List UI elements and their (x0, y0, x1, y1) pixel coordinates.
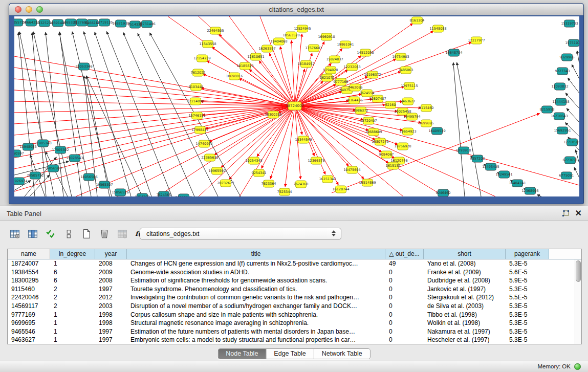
cell: 9777169 (8, 311, 50, 319)
table-tab-bar: Node TableEdge TableNetwork Table (217, 348, 370, 359)
graph-node-label: 19861041 (337, 42, 354, 47)
float-panel-icon[interactable] (561, 210, 570, 218)
unselect-all-icon (63, 229, 74, 239)
cell: 2 (50, 293, 95, 302)
graph-node-label: 16409539 (428, 129, 445, 133)
table-row[interactable]: 911546021997Tourette syndrome. Phenomeno… (8, 285, 575, 294)
graph-edge (14, 68, 295, 106)
table-row[interactable]: 946362711997Embryonic stem cells: a mode… (8, 336, 575, 344)
graph-node-label: 9084067 (379, 152, 394, 157)
close-panel-icon[interactable]: ✕ (575, 208, 582, 218)
table-row[interactable]: 977716911998Corpus callosum shape and si… (8, 311, 575, 319)
cell: 6 (50, 268, 95, 277)
column-header-short[interactable]: short (424, 249, 506, 259)
graph-edge (14, 106, 295, 146)
graph-node-label: 62160 (385, 103, 396, 107)
graph-node-label: 16210643 (551, 114, 568, 118)
table-settings-button[interactable] (7, 227, 23, 241)
graph-node-label: 21926974 (14, 179, 28, 183)
graph-edge (59, 32, 82, 196)
column-header-out_de[interactable]: △ out_de... (385, 249, 424, 259)
graph-edge (203, 74, 295, 106)
column-header-title[interactable]: title (127, 249, 385, 259)
graph-node-label: 11543558 (199, 42, 216, 46)
graph-node-label: 7624365 (157, 193, 171, 196)
memory-ok-icon (574, 363, 581, 370)
cell: 5.3E-5 (506, 259, 549, 268)
table-header-row: namein_degreeyeartitle△ out_de...shortpa… (8, 249, 581, 259)
cell: 2 (50, 302, 95, 311)
cell: Jankovic et al. (1997) (424, 285, 506, 294)
table-row[interactable]: 1456911722003Disruption of a novel membe… (8, 302, 575, 311)
scrollbar-thumb[interactable] (576, 260, 581, 282)
graph-node-label: 16120744 (332, 187, 349, 191)
graph-node-label: 12366578 (308, 159, 324, 163)
select-all-button[interactable] (43, 227, 58, 241)
graph-node-label: 5794028 (323, 68, 338, 72)
cell: 0 (385, 285, 424, 294)
graph-edge (269, 53, 295, 106)
graph-node-label: 7986372 (354, 108, 368, 113)
cell: 5.3E-5 (506, 336, 549, 344)
cell: 2009 (95, 268, 127, 277)
cell: 0 (385, 336, 424, 344)
table-row[interactable]: 1938455462009Genome-wide association stu… (8, 268, 575, 277)
graph-edge (567, 108, 579, 122)
tab-edge-table[interactable]: Edge Table (266, 349, 314, 359)
graph-node-label: 20364436 (345, 98, 362, 102)
unselect-all-button[interactable] (61, 227, 76, 241)
cell: 22420046 (8, 293, 50, 302)
window-titlebar[interactable]: citations_edges.txt (9, 4, 583, 15)
graph-node-label: 10254345 (245, 159, 262, 163)
cell: 9463627 (8, 336, 50, 344)
delete-table-button[interactable] (115, 227, 130, 241)
graph-node-label: 15824037 (326, 57, 343, 61)
column-header-in_degree[interactable]: in_degree (50, 249, 95, 259)
graph-node-label: 20053346 (75, 64, 92, 69)
table-row[interactable]: 946554611997Estimation of the future num… (8, 327, 575, 336)
cell: 5.3E-5 (506, 327, 549, 336)
new-object-button[interactable] (79, 227, 94, 241)
vertical-scrollbar[interactable] (575, 259, 581, 344)
column-header-name[interactable]: name (8, 249, 50, 259)
table-selector-value: citations_edges.txt (146, 230, 200, 237)
column-header-pagerank[interactable]: pagerank (506, 249, 549, 259)
table-row[interactable]: 2242004622012Investigating the contribut… (8, 293, 575, 302)
cell: 5.3E-5 (506, 285, 549, 294)
cell: 9115460 (8, 285, 50, 294)
table-row[interactable]: 1872400712008Changes of HCN gene express… (8, 259, 575, 268)
table-panel-body: f(x) citations_edges.txt namein_degreeye… (0, 221, 588, 361)
graph-node-label: 15319703 (561, 21, 578, 26)
graph-node-label: 9227343 (555, 69, 570, 73)
graph-node-label: 16404741 (509, 181, 526, 185)
tab-network-table[interactable]: Network Table (314, 349, 370, 359)
graph-edge (46, 151, 68, 196)
graph-node-label: 22365632 (201, 156, 218, 160)
network-canvas[interactable]: 2105572418664258133252342089140610653287… (14, 16, 579, 196)
graph-edge (572, 64, 579, 79)
table-selector-dropdown[interactable]: citations_edges.txt (140, 228, 341, 240)
cell: Investigating the contribution of common… (127, 293, 385, 302)
cell: 1997 (95, 336, 127, 344)
graph-node-label: 15746151 (188, 114, 205, 118)
show-columns-button[interactable] (25, 227, 40, 241)
graph-edge (239, 78, 295, 106)
tab-node-table[interactable]: Node Table (218, 349, 266, 359)
delete-selected-button[interactable] (97, 227, 112, 241)
cell: 5.3E-5 (506, 311, 549, 319)
node-table: namein_degreeyeartitle△ out_de...shortpa… (7, 249, 582, 344)
cell: 0 (385, 268, 424, 277)
graph-edge (295, 106, 579, 185)
citation-graph[interactable]: 2105572418664258133252342089140610653287… (14, 16, 579, 196)
column-header-year[interactable]: year (95, 249, 127, 259)
table-row[interactable]: 1830029562008Estimation of significance … (8, 276, 575, 285)
cell: 0 (385, 327, 424, 336)
cell: 5.9E-5 (506, 276, 549, 285)
table-row[interactable]: 969969511998Structural magnetic resonanc… (8, 319, 575, 327)
graph-node-label: 16514869 (359, 181, 376, 185)
graph-edge (453, 62, 465, 196)
graph-node-label: 10249541 (495, 172, 512, 177)
cell: 49 (385, 259, 424, 268)
graph-node-label: 20731406 (138, 22, 155, 26)
graph-node-label: 12214090 (187, 99, 204, 103)
